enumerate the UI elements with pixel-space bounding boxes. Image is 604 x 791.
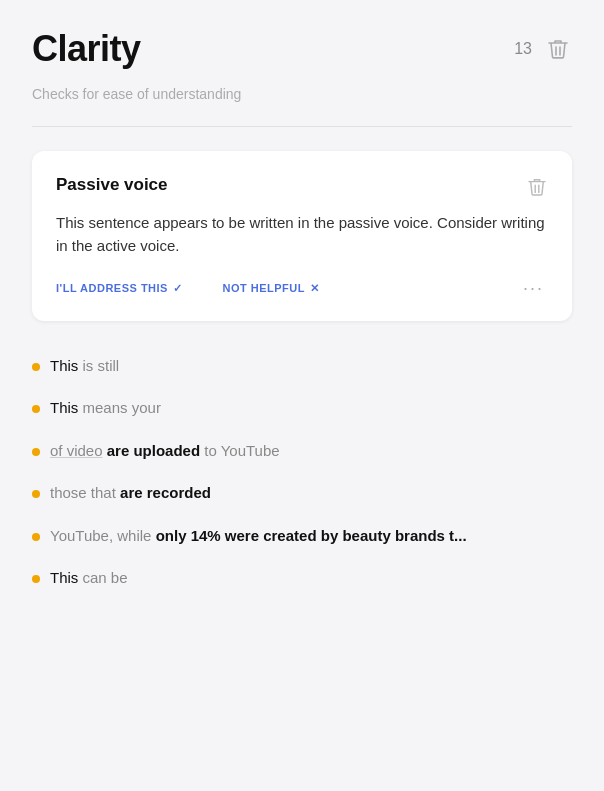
- list-item: YouTube, while only 14% were created by …: [32, 515, 572, 558]
- card-actions: I'LL ADDRESS THIS ✓ NOT HELPFUL ✕ ···: [56, 276, 548, 301]
- card-header: Passive voice: [56, 175, 548, 199]
- issue-text: YouTube, while only 14% were created by …: [50, 525, 467, 548]
- bullet-icon: [32, 490, 40, 498]
- passive-voice-card: Passive voice This sentence appears to b…: [32, 151, 572, 321]
- not-helpful-label: NOT HELPFUL: [222, 282, 305, 294]
- issue-text: of video are uploaded to YouTube: [50, 440, 280, 463]
- issue-highlight: This: [50, 399, 78, 416]
- card-delete-button[interactable]: [526, 175, 548, 199]
- bullet-icon: [32, 363, 40, 371]
- bullet-icon: [32, 533, 40, 541]
- card-title: Passive voice: [56, 175, 168, 195]
- page-container: Clarity 13 Checks for ease of understand…: [0, 0, 604, 791]
- card-body: This sentence appears to be written in t…: [56, 211, 548, 258]
- more-options-button[interactable]: ···: [519, 276, 548, 301]
- badge-count: 13: [514, 40, 532, 58]
- bullet-icon: [32, 405, 40, 413]
- header: Clarity 13: [32, 28, 572, 70]
- page-title: Clarity: [32, 28, 141, 70]
- issue-text: This is still: [50, 355, 119, 378]
- address-check-icon: ✓: [173, 282, 183, 295]
- issues-list: This is still This means your of video a…: [32, 345, 572, 600]
- address-this-button[interactable]: I'LL ADDRESS THIS ✓: [56, 278, 182, 299]
- trash-icon: [548, 38, 568, 60]
- issue-highlight: This: [50, 569, 78, 586]
- divider: [32, 126, 572, 127]
- delete-all-button[interactable]: [544, 34, 572, 64]
- list-item: This is still: [32, 345, 572, 388]
- issue-highlight: This: [50, 357, 78, 374]
- header-right: 13: [514, 34, 572, 64]
- list-item: of video are uploaded to YouTube: [32, 430, 572, 473]
- issue-text: This can be: [50, 567, 128, 590]
- not-helpful-x-icon: ✕: [310, 282, 320, 295]
- list-item: those that are recorded: [32, 472, 572, 515]
- list-item: This means your: [32, 387, 572, 430]
- issue-text: those that are recorded: [50, 482, 211, 505]
- not-helpful-button[interactable]: NOT HELPFUL ✕: [222, 278, 319, 299]
- issue-muted: of video: [50, 442, 103, 459]
- bullet-icon: [32, 575, 40, 583]
- bullet-icon: [32, 448, 40, 456]
- card-trash-icon: [528, 177, 546, 197]
- address-label: I'LL ADDRESS THIS: [56, 282, 168, 294]
- list-item: This can be: [32, 557, 572, 600]
- subtitle: Checks for ease of understanding: [32, 86, 572, 102]
- issue-text: This means your: [50, 397, 161, 420]
